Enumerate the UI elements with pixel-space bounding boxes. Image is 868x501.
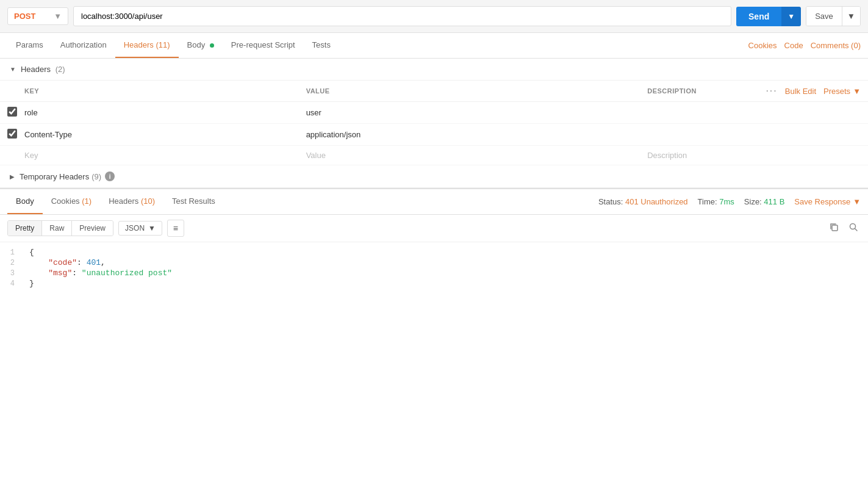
request-tab-bar: Params Authorization Headers (11) Body P… [0, 33, 868, 59]
response-tabs: Body Cookies (1) Headers (10) Test Resul… [7, 189, 598, 214]
format-tabs: Pretty Raw Preview [7, 220, 113, 236]
code-view: 1 { 2 "code": 401, 3 "msg": "unauthorize… [0, 242, 868, 328]
tab-authorization[interactable]: Authorization [52, 33, 115, 58]
headers-action-buttons: ··· Bulk Edit Presets ▼ [766, 85, 861, 96]
body-dot-icon [210, 43, 214, 48]
tab-params[interactable]: Params [7, 33, 52, 58]
header-row-1: role user [0, 102, 868, 124]
desc-placeholder[interactable]: Description [647, 151, 861, 160]
presets-button[interactable]: Presets ▼ [823, 87, 861, 96]
copy-button[interactable] [827, 221, 841, 236]
tab-headers[interactable]: Headers (11) [115, 33, 179, 58]
headers-section: ▼ Headers (2) KEY VALUE DESCRIPTION ··· … [0, 59, 868, 188]
svg-rect-0 [832, 225, 838, 231]
method-chevron-icon: ▼ [54, 12, 62, 21]
save-button[interactable]: Save [806, 7, 842, 26]
temp-headers-section[interactable]: ▶ Temporary Headers (9) i [0, 165, 868, 188]
temp-headers-title: Temporary Headers [20, 172, 89, 181]
value-cell-2[interactable]: application/json [306, 130, 648, 139]
save-dropdown-button[interactable]: ▼ [842, 7, 860, 26]
time-label: Time: 7ms [698, 197, 734, 206]
send-button[interactable]: Send [736, 7, 781, 26]
temp-headers-toggle-icon: ▶ [10, 173, 15, 180]
temp-headers-count: (9) [91, 172, 101, 181]
col-desc-header: DESCRIPTION [647, 87, 766, 95]
save-response-chevron-icon: ▼ [853, 197, 861, 206]
value-placeholder[interactable]: Value [306, 151, 648, 160]
tab-cookies-link[interactable]: Cookies [748, 41, 777, 50]
format-bar-right [827, 221, 861, 236]
save-button-group: Save ▼ [806, 6, 861, 26]
response-tab-headers[interactable]: Headers (10) [100, 189, 163, 214]
response-tab-body[interactable]: Body [7, 189, 43, 214]
col-value-header: VALUE [306, 87, 648, 95]
url-input[interactable] [73, 6, 731, 26]
format-tab-pretty[interactable]: Pretty [8, 221, 42, 236]
request-right-tabs: Cookies Code Comments (0) [748, 41, 861, 50]
response-tab-bar: Body Cookies (1) Headers (10) Test Resul… [0, 189, 868, 215]
temp-headers-info-icon[interactable]: i [105, 171, 115, 181]
size-label: Size: 411 B [744, 197, 785, 206]
wrap-lines-button[interactable]: ≡ [167, 220, 184, 237]
svg-line-2 [855, 229, 858, 231]
value-cell-1[interactable]: user [306, 108, 648, 117]
method-label: POST [14, 12, 35, 21]
headers-section-header[interactable]: ▼ Headers (2) [0, 59, 868, 81]
header-checkbox-2[interactable] [7, 129, 17, 139]
headers-collapse-icon: ▼ [10, 66, 16, 73]
search-icon [848, 222, 858, 232]
header-row-2: Content-Type application/json [0, 124, 868, 146]
tab-tests[interactable]: Tests [304, 33, 339, 58]
response-section: Body Cookies (1) Headers (10) Test Resul… [0, 188, 868, 328]
header-placeholder-row: Key Value Description [0, 146, 868, 165]
tab-body[interactable]: Body [179, 33, 223, 58]
header-checkbox-1[interactable] [7, 107, 17, 117]
response-meta: Status: 401 Unauthorized Time: 7ms Size:… [598, 197, 861, 206]
code-line-1: 1 { [0, 247, 868, 258]
send-button-group: Send ▼ [736, 7, 801, 26]
copy-icon [829, 222, 839, 232]
headers-column-row: KEY VALUE DESCRIPTION ··· Bulk Edit Pres… [0, 81, 868, 102]
key-cell-1[interactable]: role [24, 108, 306, 117]
presets-chevron-icon: ▼ [853, 87, 861, 96]
request-tabs: Params Authorization Headers (11) Body P… [7, 33, 748, 58]
format-type-select[interactable]: JSON ▼ [118, 221, 162, 236]
search-button[interactable] [846, 221, 861, 236]
more-options-icon[interactable]: ··· [766, 85, 777, 96]
col-key-header: KEY [7, 87, 306, 95]
key-placeholder[interactable]: Key [24, 151, 306, 160]
status-label: Status: 401 Unauthorized [598, 197, 688, 206]
key-cell-2[interactable]: Content-Type [24, 130, 306, 139]
format-chevron-icon: ▼ [148, 224, 156, 232]
response-tab-test-results[interactable]: Test Results [163, 189, 224, 214]
code-line-4: 4 } [0, 278, 868, 289]
format-bar: Pretty Raw Preview JSON ▼ ≡ [0, 215, 868, 242]
wrap-icon: ≡ [173, 223, 178, 233]
tab-code-link[interactable]: Code [784, 41, 803, 50]
format-tab-preview[interactable]: Preview [72, 221, 113, 236]
tab-comments-link[interactable]: Comments (0) [811, 41, 861, 50]
bulk-edit-button[interactable]: Bulk Edit [785, 87, 816, 96]
format-tab-raw[interactable]: Raw [42, 221, 72, 236]
response-tab-cookies[interactable]: Cookies (1) [43, 189, 100, 214]
top-bar: POST ▼ Send ▼ Save ▼ [0, 0, 868, 33]
check-cell-1 [7, 107, 24, 118]
tab-prerequest[interactable]: Pre-request Script [223, 33, 304, 58]
method-select[interactable]: POST ▼ [7, 7, 68, 25]
save-response-button[interactable]: Save Response ▼ [794, 197, 861, 206]
code-line-3: 3 "msg": "unauthorized post" [0, 268, 868, 278]
check-cell-2 [7, 129, 24, 140]
headers-section-title: Headers (2) [21, 65, 65, 74]
code-line-2: 2 "code": 401, [0, 258, 868, 268]
send-dropdown-button[interactable]: ▼ [781, 7, 801, 26]
